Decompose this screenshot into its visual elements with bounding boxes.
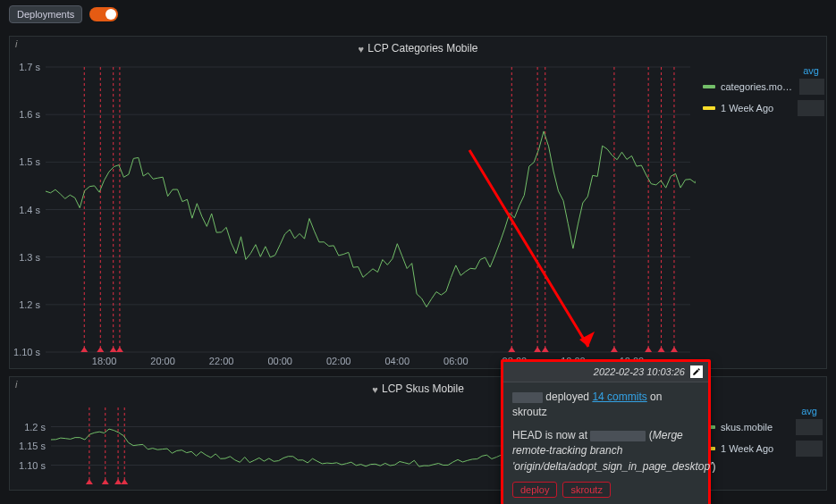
svg-marker-55: [102, 479, 109, 484]
legend-sparkline: [796, 419, 823, 435]
annotation-tag-skroutz[interactable]: skroutz: [562, 482, 610, 498]
svg-text:1.2 s: 1.2 s: [19, 299, 40, 310]
svg-marker-27: [97, 347, 104, 352]
legend-item[interactable]: 1 Week Ago: [703, 97, 824, 119]
legend-label: skus.mobile: [721, 422, 790, 433]
legend: avg skus.mobile 1 Week Ago: [696, 400, 826, 490]
chart-area[interactable]: 1.10 s1.2 s1.3 s1.4 s1.5 s1.6 s1.7 s18:0…: [10, 60, 696, 368]
svg-marker-33: [508, 347, 515, 352]
panel-info-icon[interactable]: i: [15, 379, 17, 390]
page-header: Deployments: [0, 0, 836, 29]
deployments-variable[interactable]: Deployments: [9, 5, 82, 23]
chart-svg: 1.10 s1.2 s1.3 s1.4 s1.5 s1.6 s1.7 s18:0…: [10, 60, 696, 368]
svg-text:18:00: 18:00: [92, 356, 117, 366]
legend-sparkline: [796, 441, 823, 457]
annotation-body: deployed 14 commits on skroutz HEAD is n…: [503, 382, 708, 482]
annotation-edit-button[interactable]: [690, 365, 703, 378]
svg-text:22:00: 22:00: [209, 356, 234, 366]
svg-text:1.5 s: 1.5 s: [19, 156, 40, 167]
legend-header[interactable]: avg: [703, 65, 824, 76]
svg-text:1.10 s: 1.10 s: [19, 460, 46, 471]
svg-marker-31: [116, 347, 123, 352]
svg-text:1.4 s: 1.4 s: [19, 205, 40, 215]
svg-text:1.10 s: 1.10 s: [13, 347, 40, 357]
legend-label: categories.mobile: [721, 81, 794, 92]
svg-marker-25: [80, 347, 88, 352]
panel-info-icon[interactable]: i: [15, 38, 17, 49]
svg-marker-53: [86, 479, 93, 484]
svg-text:1.7 s: 1.7 s: [19, 62, 40, 72]
legend-label: 1 Week Ago: [721, 443, 790, 454]
legend-header[interactable]: avg: [703, 406, 823, 416]
legend-sparkline: [799, 79, 824, 95]
legend-label: 1 Week Ago: [721, 103, 792, 113]
commits-link[interactable]: 14 commits: [592, 391, 646, 403]
svg-marker-45: [671, 347, 678, 352]
svg-marker-37: [542, 347, 549, 352]
svg-marker-41: [645, 347, 652, 352]
svg-text:1.3 s: 1.3 s: [19, 252, 40, 263]
heart-icon: [372, 382, 379, 395]
svg-marker-59: [121, 479, 128, 484]
legend-item[interactable]: 1 Week Ago: [703, 438, 823, 459]
heart-icon: [358, 42, 365, 55]
annotation-timestamp: 2022-02-23 10:03:26: [594, 366, 685, 377]
svg-marker-35: [534, 347, 541, 352]
legend: avg categories.mobile 1 Week Ago: [696, 60, 828, 368]
panel-header: i LCP Categories Mobile: [10, 37, 826, 60]
svg-marker-43: [658, 347, 665, 352]
legend-sparkline: [798, 100, 824, 116]
annotation-tooltip-header: 2022-02-23 10:03:26: [503, 362, 708, 382]
legend-swatch: [703, 106, 715, 110]
legend-swatch: [703, 85, 715, 88]
svg-text:06:00: 06:00: [443, 356, 469, 366]
deployments-toggle[interactable]: [89, 7, 118, 21]
redacted-user: [512, 392, 543, 403]
svg-text:00:00: 00:00: [267, 356, 292, 366]
svg-text:20:00: 20:00: [150, 356, 175, 366]
legend-item[interactable]: skus.mobile: [703, 416, 823, 438]
annotation-tags: deploy skroutz: [503, 482, 708, 504]
svg-marker-29: [110, 347, 117, 352]
svg-text:04:00: 04:00: [385, 356, 410, 366]
annotation-tooltip: 2022-02-23 10:03:26 deployed 14 commits …: [501, 359, 711, 504]
annotation-tag-deploy[interactable]: deploy: [512, 482, 557, 498]
svg-text:02:00: 02:00: [326, 356, 351, 366]
legend-item[interactable]: categories.mobile: [703, 76, 824, 97]
svg-marker-57: [114, 479, 122, 484]
svg-marker-39: [611, 347, 618, 352]
svg-text:1.2 s: 1.2 s: [24, 422, 46, 433]
svg-text:1.15 s: 1.15 s: [19, 441, 46, 451]
svg-text:1.6 s: 1.6 s: [19, 109, 40, 120]
redacted-sha: [590, 431, 646, 441]
panel-lcp-categories-mobile: i LCP Categories Mobile 1.10 s1.2 s1.3 s…: [9, 36, 827, 369]
panel-title: LCP Categories Mobile: [358, 42, 477, 55]
panel-title: LCP Skus Mobile: [372, 382, 464, 395]
